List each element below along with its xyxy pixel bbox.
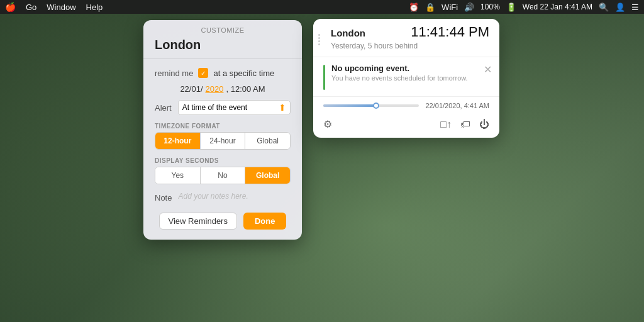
date-highlight[interactable]: 2020 [206,84,224,94]
lock-icon: 🔒 [425,3,435,12]
datetime-label: Wed 22 Jan 4:41 AM [523,3,592,11]
menubar-left: 🍎 Go Window Help [5,2,103,12]
divider-1 [143,58,302,59]
volume-icon: 🔊 [464,3,474,12]
customize-panel: CUSTOMIZE London remind me ✓ at a specif… [143,20,302,240]
alert-dropdown-arrow: ⬆ [279,103,286,113]
timezone-global-btn[interactable]: Global [245,133,290,149]
clock-icon: ⏰ [409,3,419,12]
remind-checkbox[interactable]: ✓ [198,68,208,78]
remind-specific-label: at a specific time [213,69,274,78]
city-title: London [143,38,302,58]
event-color-bar [323,65,325,90]
time-value: , 12:00 AM [226,84,265,94]
timezone-12hour-btn[interactable]: 12-hour [155,133,200,149]
clock-city-label: London [331,28,365,38]
wifi-icon: WiFi [441,3,458,12]
clock-action-right: □↑ 🏷 ⏻ [440,119,489,130]
timezone-24hour-btn[interactable]: 24-hour [200,133,245,149]
progress-dot [373,103,379,109]
clock-actions-row: ⚙ □↑ 🏷 ⏻ [313,114,499,138]
note-row: Note Add your notes here. [143,187,302,208]
battery-icon: 🔋 [506,3,516,12]
search-icon[interactable]: 🔍 [599,3,609,12]
date-value: 22/01/ [180,84,203,94]
display-section-label: DISPLAY SECONDS [143,152,302,167]
done-button[interactable]: Done [243,213,287,230]
drag-handle[interactable] [318,34,320,45]
action-row: View Reminders Done [143,208,302,230]
menubar: 🍎 Go Window Help ⏰ 🔒 WiFi 🔊 100% 🔋 Wed 2… [0,0,644,14]
apple-logo[interactable]: 🍎 [5,2,16,12]
user-icon: 👤 [615,3,625,12]
clock-behind-label: Yesterday, 5 hours behind [331,42,489,50]
alert-row: Alert At time of the event ⬆ [143,97,302,118]
datetime-row: 22/01/2020, 12:00 AM [143,80,302,97]
progress-track [323,104,419,107]
event-title: No upcoming event. [331,64,489,73]
clock-city-time: London 11:41:44 PM Yesterday, 5 hours be… [323,28,489,50]
bookmark-icon[interactable]: 🏷 [460,119,470,130]
power-icon[interactable]: ⏻ [479,119,489,130]
progress-fill [323,104,376,107]
clock-progress-row: 22/01/2020, 4:41 AM [313,97,499,114]
alert-value: At time of the event [182,103,247,112]
event-subtitle: You have no events scheduled for tomorro… [331,74,489,82]
list-icon: ☰ [631,3,639,12]
customize-header-label: CUSTOMIZE [143,20,302,38]
remind-row: remind me ✓ at a specific time [143,65,302,80]
remind-label: remind me [155,69,193,78]
note-label: Note [155,192,172,203]
event-close-button[interactable]: ✕ [484,64,492,75]
menu-help[interactable]: Help [86,3,103,12]
alert-label: Alert [155,103,172,113]
display-yes-btn[interactable]: Yes [155,167,200,184]
menubar-right: ⏰ 🔒 WiFi 🔊 100% 🔋 Wed 22 Jan 4:41 AM 🔍 👤… [409,3,639,12]
menu-window[interactable]: Window [47,3,75,12]
clock-widget: London 11:41:44 PM Yesterday, 5 hours be… [313,19,499,138]
timezone-toggle-group: 12-hour 24-hour Global [155,132,291,150]
timezone-section-label: TIMEZONE FORMAT [143,118,302,132]
clock-event-row: No upcoming event. You have no events sc… [313,57,499,97]
note-input-placeholder[interactable]: Add your notes here. [178,192,291,201]
display-toggle-group: Yes No Global [155,167,291,184]
progress-date-label: 22/01/2020, 4:41 AM [425,102,489,109]
display-no-btn[interactable]: No [200,167,245,184]
view-reminders-button[interactable]: View Reminders [159,213,237,230]
clock-header: London 11:41:44 PM Yesterday, 5 hours be… [313,19,499,50]
share-icon[interactable]: □↑ [440,119,452,130]
menu-go[interactable]: Go [26,3,36,12]
event-content: No upcoming event. You have no events sc… [331,64,489,82]
battery-label: 100% [480,3,500,11]
display-global-btn[interactable]: Global [245,167,290,184]
alert-select[interactable]: At time of the event ⬆ [178,100,291,115]
gear-icon[interactable]: ⚙ [323,118,332,130]
clock-time-display: 11:41:44 PM [411,24,489,40]
